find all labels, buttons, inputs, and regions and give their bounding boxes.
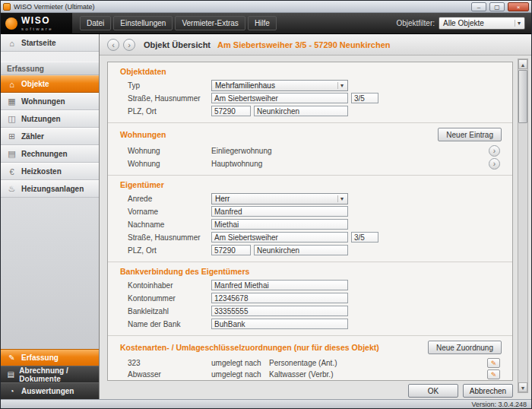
flats-icon: ▦ — [7, 97, 17, 106]
neuer-eintrag-button[interactable]: Neuer Eintrag — [438, 128, 502, 141]
close-button[interactable]: × — [508, 2, 529, 11]
scrollbar-track[interactable] — [518, 69, 527, 382]
form-row-anrede: Anrede Herr ▾ — [128, 193, 502, 204]
module-auswertungen[interactable]: ◔ Auswertungen — [1, 382, 99, 399]
ort-input[interactable] — [254, 106, 348, 116]
sidebar-item-wohnungen[interactable]: ▦ Wohnungen — [1, 93, 99, 110]
objektfilter: Objektfilter: Alle Objekte ▾ — [396, 17, 525, 30]
section-objektdaten: Objektdaten Typ Mehrfamilienhaus ▾ Straß… — [108, 62, 512, 122]
breadcrumb: ‹ › Objekt Übersicht Am Siebertsweiher 3… — [100, 34, 531, 55]
sidebar-spacer — [1, 198, 99, 349]
cancel-button[interactable]: Abbrechen — [463, 384, 513, 398]
form-row-typ: Typ Mehrfamilienhaus ▾ — [128, 80, 502, 90]
open-wohnung-button[interactable]: › — [489, 145, 500, 157]
edit-kostenart-button[interactable]: ✎ — [487, 358, 500, 368]
module-erfassung[interactable]: ✎ Erfassung — [1, 349, 99, 366]
page-title: Objekt Übersicht — [144, 40, 211, 49]
menu-hilfe[interactable]: Hilfe — [248, 16, 277, 30]
sidebar-item-heizungsanlagen[interactable]: ♨ Heizungsanlagen — [1, 180, 99, 198]
document-icon: ▤ — [7, 370, 14, 379]
content-area: Objektdaten Typ Mehrfamilienhaus ▾ Straß… — [100, 55, 531, 399]
section-heading: Bankverbindung des Eigentümers — [120, 267, 502, 276]
section-kostenarten: Kostenarten- / Umlageschlüsselzuordnunge… — [108, 335, 512, 381]
section-heading: Wohnungen — [120, 130, 166, 139]
anrede-select[interactable]: Herr ▾ — [211, 193, 348, 204]
sidebar-item-zaehler[interactable]: ⊞ Zähler — [1, 128, 99, 145]
forward-button[interactable]: › — [123, 39, 135, 51]
minimize-button[interactable]: – — [471, 2, 486, 11]
form-row-vorname: Vorname — [128, 206, 502, 217]
app-header: WISO software Datei Einstellungen Vermie… — [1, 13, 531, 34]
strasse-input[interactable] — [211, 93, 348, 103]
eigentuemer-hausnummer-input[interactable] — [351, 232, 378, 243]
form-row-strasse: Straße, Hausnummer — [128, 93, 502, 103]
menu-datei[interactable]: Datei — [80, 16, 111, 30]
menu-vermieter-extras[interactable]: Vermieter-Extras — [175, 16, 245, 30]
bankleitzahl-input[interactable] — [211, 306, 348, 316]
statusbar: Version: 3.0.4.248 — [1, 399, 531, 408]
heater-icon: ♨ — [7, 184, 17, 194]
window-title: WISO Vermieter (Ultimate) — [14, 3, 468, 11]
vorname-input[interactable] — [211, 206, 348, 217]
scrollbar-thumb[interactable] — [518, 70, 527, 123]
typ-select[interactable]: Mehrfamilienhaus ▾ — [211, 80, 348, 91]
form-row-bankname: Name der Bank — [128, 319, 502, 329]
version-label: Version: 3.0.4.248 — [471, 401, 527, 408]
section-eigentuemer: Eigentümer Anrede Herr ▾ Vorname — [108, 175, 512, 262]
form-row-bankleitzahl: Bankleitzahl — [128, 306, 502, 316]
maximize-button[interactable]: ▢ — [489, 2, 505, 11]
plz-input[interactable] — [211, 106, 251, 116]
edit-kostenart-button[interactable]: ✎ — [487, 369, 500, 379]
building-icon: ⌂ — [7, 80, 17, 89]
invoice-icon: ▤ — [7, 149, 17, 159]
objektfilter-value: Alle Objekte — [443, 19, 484, 27]
vertical-scrollbar[interactable]: ▲ ▼ — [518, 59, 528, 393]
titlebar: WISO Vermieter (Ultimate) – ▢ × — [1, 1, 531, 13]
module-abrechnung-dokumente[interactable]: ▤ Abrechnung / Dokumente — [1, 366, 99, 382]
scroll-down-button[interactable]: ▼ — [518, 382, 527, 392]
menubar: Datei Einstellungen Vermieter-Extras Hil… — [80, 16, 277, 30]
app-icon — [3, 3, 11, 11]
meter-icon: ⊞ — [7, 132, 17, 141]
sidebar: ⌂ Startseite Erfassung ⌂ Objekte ▦ Wohnu… — [1, 34, 100, 399]
eigentuemer-ort-input[interactable] — [254, 245, 348, 255]
menu-einstellungen[interactable]: Einstellungen — [113, 16, 173, 30]
sidebar-item-rechnungen[interactable]: ▤ Rechnungen — [1, 145, 99, 163]
objektfilter-select[interactable]: Alle Objekte ▾ — [439, 17, 525, 30]
section-heading: Objektdaten — [120, 67, 502, 76]
wiso-logo: WISO software — [1, 13, 72, 34]
dialog-buttons: OK Abbrechen — [107, 381, 513, 398]
eigentuemer-plz-input[interactable] — [211, 245, 251, 255]
logo-title: WISO — [21, 16, 53, 25]
chart-icon: ◔ — [7, 387, 17, 395]
dropdown-arrow-icon: ▾ — [337, 195, 346, 202]
sidebar-item-startseite[interactable]: ⌂ Startseite — [1, 34, 99, 52]
scroll-up-button[interactable]: ▲ — [518, 59, 527, 69]
neue-zuordnung-button[interactable]: Neue Zuordnung — [428, 341, 502, 354]
form-row-nachname: Nachname — [128, 219, 502, 230]
sidebar-item-heizkosten[interactable]: € Heizkosten — [1, 163, 99, 180]
form-row-strasse-eigentuemer: Straße, Hausnummer — [128, 232, 502, 243]
form-row-plz-ort: PLZ, Ort — [128, 106, 502, 116]
nachname-input[interactable] — [211, 219, 348, 230]
sidebar-item-objekte[interactable]: ⌂ Objekte — [1, 75, 99, 93]
heatcost-icon: € — [7, 167, 17, 176]
home-icon: ⌂ — [7, 39, 17, 48]
kontonummer-input[interactable] — [211, 293, 348, 303]
open-wohnung-button[interactable]: › — [489, 158, 500, 170]
wohnung-row: Wohnung Hauptwohnung › — [128, 158, 502, 169]
dropdown-arrow-icon: ▾ — [337, 82, 346, 89]
kontoinhaber-input[interactable] — [211, 280, 348, 290]
app-window: WISO Vermieter (Ultimate) – ▢ × WISO sof… — [0, 0, 532, 409]
section-bankverbindung: Bankverbindung des Eigentümers Kontoinha… — [108, 262, 512, 335]
ok-button[interactable]: OK — [408, 384, 458, 398]
sidebar-item-nutzungen[interactable]: ◫ Nutzungen — [1, 110, 99, 128]
wohnung-row: Wohnung Einliegerwohnung › — [128, 145, 502, 156]
back-button[interactable]: ‹ — [107, 39, 119, 51]
hausnummer-input[interactable] — [351, 93, 378, 103]
section-wohnungen: Wohnungen Neuer Eintrag Wohnung Einliege… — [108, 122, 512, 175]
wiso-logo-ball-icon — [5, 17, 17, 30]
bankname-input[interactable] — [211, 319, 348, 329]
kostenart-row: Abwasser umgelegt nach Kaltwasser (Verbr… — [128, 369, 502, 379]
eigentuemer-strasse-input[interactable] — [211, 232, 348, 243]
